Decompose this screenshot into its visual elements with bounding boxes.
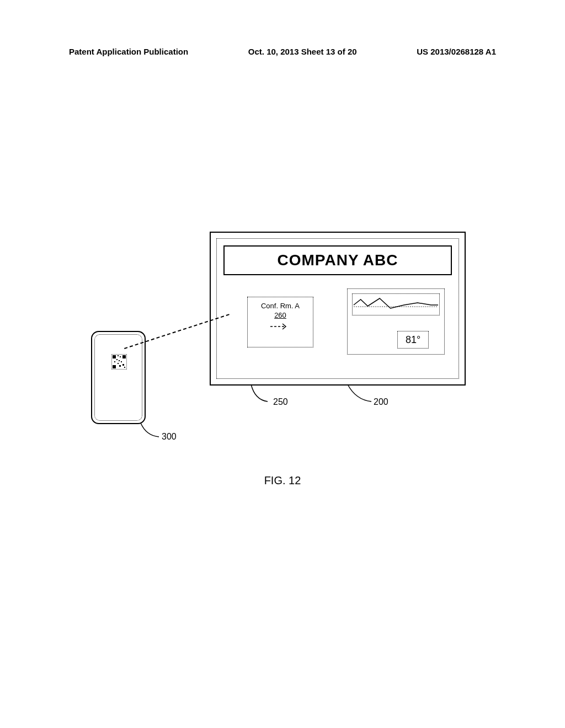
- svg-rect-2: [122, 355, 126, 358]
- svg-rect-10: [122, 364, 124, 366]
- header-center: Oct. 10, 2013 Sheet 13 of 20: [248, 47, 357, 56]
- header-left: Patent Application Publication: [69, 47, 188, 56]
- svg-rect-6: [116, 359, 118, 360]
- direction-arrow-icon: [248, 323, 313, 332]
- patent-page: Patent Application Publication Oct. 10, …: [0, 0, 565, 728]
- room-info-box: Conf. Rm. A 260: [247, 297, 313, 347]
- weather-box: 81°: [347, 288, 445, 355]
- svg-rect-8: [121, 361, 122, 362]
- display-panel: COMPANY ABC Conf. Rm. A 260: [210, 232, 466, 386]
- svg-rect-9: [114, 361, 115, 362]
- callout-200: 200: [374, 397, 388, 407]
- svg-rect-1: [113, 355, 116, 358]
- mobile-device: [91, 331, 146, 424]
- svg-rect-5: [120, 356, 121, 357]
- company-name: COMPANY ABC: [278, 251, 398, 269]
- svg-rect-4: [118, 355, 119, 356]
- svg-rect-7: [119, 360, 120, 361]
- company-name-box: COMPANY ABC: [223, 245, 452, 275]
- temperature-value: 81°: [397, 331, 429, 349]
- qr-code-icon: [111, 354, 127, 370]
- svg-rect-3: [113, 365, 116, 368]
- display-screen: COMPANY ABC Conf. Rm. A 260: [216, 238, 459, 379]
- svg-rect-13: [124, 367, 125, 368]
- room-number: 260: [248, 311, 313, 319]
- callout-300: 300: [162, 432, 177, 442]
- svg-rect-12: [118, 363, 119, 364]
- callout-250: 250: [273, 397, 288, 407]
- mobile-screen: [94, 334, 142, 421]
- header-right: US 2013/0268128 A1: [417, 47, 496, 56]
- svg-rect-11: [119, 365, 121, 367]
- room-name: Conf. Rm. A: [248, 302, 313, 310]
- figure-caption: FIG. 12: [69, 474, 496, 487]
- figure-area: COMPANY ABC Conf. Rm. A 260: [69, 232, 496, 507]
- page-header: Patent Application Publication Oct. 10, …: [69, 47, 496, 56]
- weather-chart: [352, 293, 440, 315]
